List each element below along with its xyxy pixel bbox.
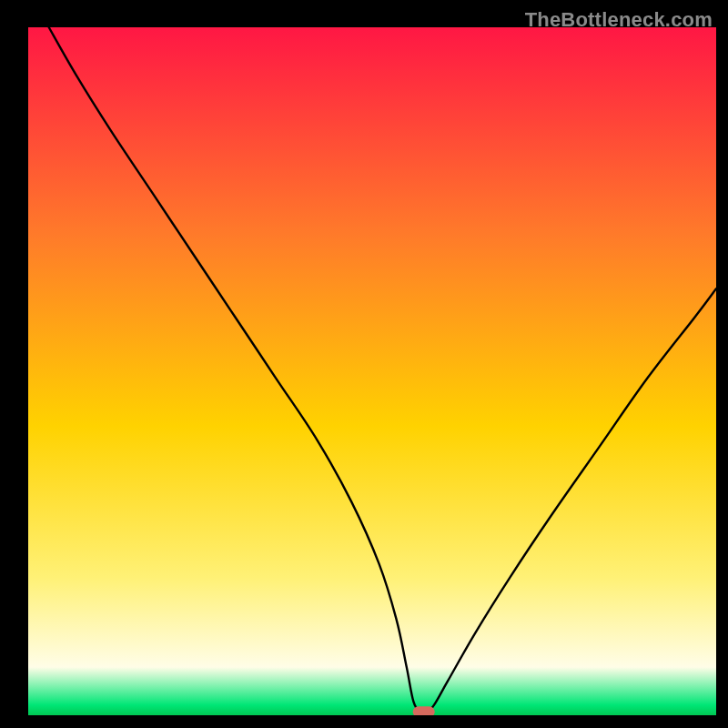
chart-background [28, 27, 716, 715]
optimal-marker [413, 706, 435, 715]
plot-area [28, 27, 716, 715]
watermark-text: TheBottleneck.com [525, 8, 713, 32]
chart-frame: TheBottleneck.com [6, 6, 722, 722]
chart-svg [28, 27, 716, 715]
